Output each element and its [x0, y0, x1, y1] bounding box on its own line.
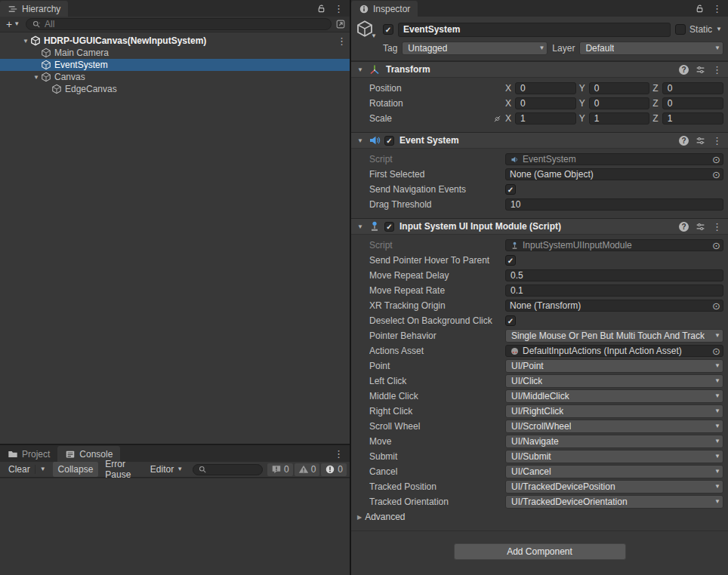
add-component-button[interactable]: Add Component [454, 543, 626, 560]
send-navigation-events-checkbox[interactable]: ✓ [505, 184, 516, 195]
kebab-menu-icon[interactable]: ⋮ [334, 4, 344, 14]
scroll-wheel-action-dropdown[interactable]: UI/ScrollWheel ▼ [505, 420, 723, 433]
event-system-header[interactable]: ▼ ✓ Event System ? ⋮ [351, 132, 728, 149]
layer-dropdown[interactable]: Default ▼ [579, 42, 723, 55]
tab-hierarchy[interactable]: Hierarchy [0, 1, 68, 17]
gameobject-name-input[interactable]: EventSystem [398, 23, 671, 37]
unlink-scale-icon[interactable] [492, 114, 502, 124]
presets-icon[interactable] [696, 222, 705, 232]
collapse-toggle[interactable]: Collapse [53, 462, 99, 477]
console-log-area[interactable] [0, 478, 350, 575]
drag-threshold-field[interactable]: 10 [505, 198, 723, 211]
kebab-menu-icon[interactable]: ⋮ [334, 449, 344, 459]
presets-icon[interactable] [696, 136, 705, 146]
position-z-field[interactable]: 0 [662, 82, 723, 94]
deselect-on-background-checkbox[interactable]: ✓ [505, 315, 516, 326]
tag-dropdown[interactable]: Untagged ▼ [402, 42, 548, 55]
kebab-menu-icon[interactable]: ⋮ [712, 136, 722, 146]
editor-dropdown[interactable]: Editor ▼ [145, 462, 188, 477]
position-x-field[interactable]: 0 [515, 82, 576, 94]
error-pause-toggle[interactable]: Error Pause [100, 462, 143, 477]
move-repeat-delay-field[interactable]: 0.5 [505, 269, 723, 281]
object-picker-icon[interactable]: ⊙ [712, 241, 720, 251]
transform-header[interactable]: ▼ Transform ? ⋮ [351, 61, 728, 78]
help-icon[interactable]: ? [679, 65, 689, 75]
pointer-behavior-value: Single Mouse Or Pen But Multi Touch And … [511, 331, 705, 341]
foldout-open-icon[interactable]: ▼ [32, 74, 41, 81]
rotation-y-field[interactable]: 0 [589, 97, 650, 109]
info-bubble-icon [271, 464, 282, 475]
object-picker-icon[interactable]: ⊙ [712, 170, 720, 180]
move-action-dropdown[interactable]: UI/Navigate ▼ [505, 435, 723, 448]
send-pointer-hover-row: Send Pointer Hover To Parent ✓ [351, 253, 728, 268]
tree-row-eventsystem-selected[interactable]: EventSystem [0, 59, 350, 71]
lock-icon[interactable] [695, 4, 705, 14]
help-icon[interactable]: ? [679, 222, 689, 232]
send-pointer-hover-checkbox[interactable]: ✓ [505, 255, 516, 266]
popout-window-icon[interactable] [335, 19, 346, 29]
static-control[interactable]: Static ▼ [675, 24, 723, 35]
active-checkbox[interactable]: ✓ [383, 24, 393, 35]
scale-z-field[interactable]: 1 [662, 112, 723, 125]
right-click-action-dropdown[interactable]: UI/RightClick ▼ [505, 404, 723, 418]
help-icon[interactable]: ? [679, 136, 689, 146]
tree-row-root[interactable]: ▼ HDRP-UGUICanvas(NewInputSystem) ⋮ [0, 35, 350, 47]
foldout-open-icon[interactable]: ▼ [357, 137, 365, 144]
advanced-foldout[interactable]: ▶ Advanced [351, 509, 728, 524]
object-picker-icon[interactable]: ⊙ [712, 346, 720, 356]
axis-x-label: X [505, 98, 511, 109]
presets-icon[interactable] [696, 65, 705, 75]
chevron-down-icon: ▼ [712, 423, 720, 429]
tracked-orientation-action-dropdown[interactable]: UI/TrackedDeviceOrientation ▼ [505, 495, 723, 509]
scale-x-field[interactable]: 1 [515, 112, 576, 125]
create-object-button[interactable]: + ▼ [4, 19, 22, 29]
foldout-open-icon[interactable]: ▼ [357, 223, 365, 230]
error-count-toggle[interactable]: 0 [321, 463, 347, 476]
object-picker-icon[interactable]: ⊙ [712, 155, 720, 165]
submit-action-dropdown[interactable]: UI/Submit ▼ [505, 450, 723, 463]
component-enabled-checkbox[interactable]: ✓ [384, 136, 394, 146]
console-search-input[interactable] [193, 464, 263, 475]
point-action-dropdown[interactable]: UI/Point ▼ [505, 359, 723, 373]
cancel-action-dropdown[interactable]: UI/Cancel ▼ [505, 465, 723, 478]
info-count-toggle[interactable]: 0 [267, 463, 293, 476]
tracked-position-action-dropdown[interactable]: UI/TrackedDevicePosition ▼ [505, 480, 723, 494]
first-selected-object-field[interactable]: None (Game Object) ⊙ [505, 168, 723, 180]
clear-button[interactable]: Clear ▼ [3, 462, 51, 477]
hierarchy-search-input[interactable]: All [26, 18, 332, 30]
foldout-open-icon[interactable]: ▼ [21, 38, 30, 45]
console-icon [65, 449, 76, 460]
kebab-menu-icon[interactable]: ⋮ [712, 222, 722, 232]
tab-inspector[interactable]: Inspector [351, 1, 418, 17]
component-enabled-checkbox[interactable]: ✓ [384, 222, 394, 232]
input-module-header[interactable]: ▼ ✓ Input System UI Input Module (Script… [351, 218, 728, 235]
tree-row-edgecanvas[interactable]: EdgeCanvas [0, 83, 350, 95]
chevron-down-icon: ▼ [712, 454, 720, 460]
pointer-behavior-dropdown[interactable]: Single Mouse Or Pen But Multi Touch And … [505, 329, 723, 343]
object-picker-icon[interactable]: ⊙ [712, 301, 720, 311]
actions-asset-object-field[interactable]: DefaultInputActions (Input Action Asset)… [505, 345, 723, 357]
chevron-down-icon: ▼ [712, 484, 720, 490]
script-object-field[interactable]: EventSystem ⊙ [505, 153, 723, 165]
row-kebab-icon[interactable]: ⋮ [337, 36, 347, 46]
rotation-z-field[interactable]: 0 [662, 97, 723, 109]
position-y-field[interactable]: 0 [589, 82, 650, 94]
rotation-x-field[interactable]: 0 [515, 97, 576, 109]
move-repeat-rate-field[interactable]: 0.1 [505, 284, 723, 297]
static-checkbox[interactable] [675, 24, 686, 35]
tab-project[interactable]: Project [0, 446, 57, 462]
kebab-menu-icon[interactable]: ⋮ [712, 65, 722, 75]
tree-row-canvas[interactable]: ▼ Canvas [0, 71, 350, 83]
foldout-open-icon[interactable]: ▼ [357, 66, 365, 73]
tree-row-main-camera[interactable]: Main Camera [0, 47, 350, 59]
middle-click-action-dropdown[interactable]: UI/MiddleClick ▼ [505, 389, 723, 403]
lock-icon[interactable] [316, 4, 326, 14]
left-click-action-dropdown[interactable]: UI/Click ▼ [505, 374, 723, 388]
script-object-field[interactable]: InputSystemUIInputModule ⊙ [505, 239, 723, 251]
warning-count-toggle[interactable]: 0 [295, 463, 320, 476]
scale-y-field[interactable]: 1 [589, 112, 650, 125]
kebab-menu-icon[interactable]: ⋮ [712, 4, 722, 14]
xr-tracking-origin-object-field[interactable]: None (Transform) ⊙ [505, 300, 723, 312]
tree-item-label: Canvas [54, 72, 85, 82]
gameobject-icon-button[interactable]: ▼ [356, 20, 378, 39]
